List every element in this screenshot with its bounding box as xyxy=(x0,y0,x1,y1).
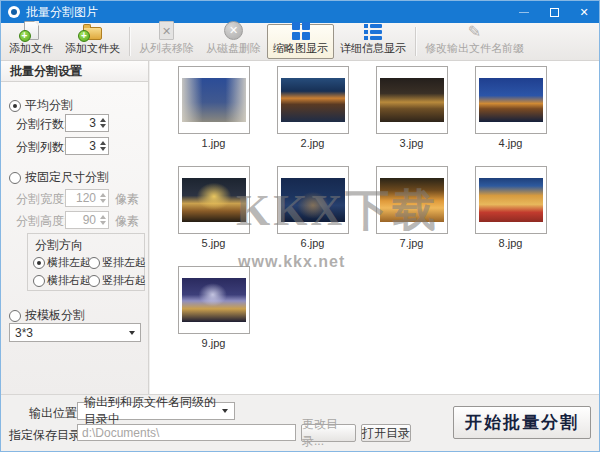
split-cols-stepper[interactable]: 3 xyxy=(65,137,109,155)
save-dir-input[interactable]: d:\Documents\ xyxy=(77,424,296,441)
thumbnail-image xyxy=(380,78,444,122)
radio-icon xyxy=(88,257,100,269)
thumbnail-filename: 3.jpg xyxy=(400,137,424,149)
thumbnail-frame xyxy=(277,66,349,134)
app-window: 批量分割图片 ✕ + 添加文件 + 添加文件夹 ✕ 从列表移除 xyxy=(0,0,600,452)
rename-prefix-button[interactable]: ✎ 修改输出文件名前缀 xyxy=(419,24,530,59)
minimize-button[interactable] xyxy=(509,1,539,23)
change-dir-button[interactable]: 更改目录... xyxy=(301,424,356,442)
file-thumbnail[interactable]: 8.jpg xyxy=(461,164,560,264)
add-folder-icon: + xyxy=(83,21,102,40)
file-thumbnail[interactable]: 9.jpg xyxy=(164,264,263,364)
watermark-url: www.kkx.net xyxy=(238,253,345,271)
open-dir-button[interactable]: 打开目录 xyxy=(361,424,411,442)
thumbnail-filename: 9.jpg xyxy=(202,337,226,349)
split-height-row: 分割高度: xyxy=(16,213,67,230)
file-thumbnail[interactable]: 1.jpg xyxy=(164,64,263,164)
chevron-down-icon xyxy=(129,331,135,335)
toolbar: + 添加文件 + 添加文件夹 ✕ 从列表移除 ✕ 从磁盘删除 xyxy=(1,23,599,61)
file-list-area: 1.jpg 2.jpg 3.jpg 4.jpg 5.jpg 6.jpg xyxy=(150,61,600,394)
split-direction-group: 分割方向 横排左起 竖排左起 横排右起 竖排右起 xyxy=(27,233,145,291)
delete-from-disk-icon: ✕ xyxy=(224,21,243,40)
maximize-button[interactable] xyxy=(539,1,569,23)
app-icon xyxy=(8,6,20,18)
remove-from-list-icon: ✕ xyxy=(159,21,174,40)
thumbnail-filename: 4.jpg xyxy=(499,137,523,149)
output-location-label: 输出位置: xyxy=(29,405,80,422)
split-direction-label: 分割方向 xyxy=(35,237,83,254)
thumbnail-view-icon xyxy=(292,22,310,40)
radio-icon xyxy=(9,100,21,112)
thumbnail-image xyxy=(479,78,543,122)
template-select[interactable]: 3*3 xyxy=(9,323,141,342)
watermark-logo: KKX下载 xyxy=(236,181,439,240)
stepper-arrows-icon[interactable] xyxy=(98,141,108,151)
add-folder-button[interactable]: + 添加文件夹 xyxy=(59,24,126,59)
stepper-arrows-icon xyxy=(98,193,108,203)
save-dir-label: 指定保存目录: xyxy=(9,427,84,444)
thumbnail-image xyxy=(479,178,543,222)
pixel-unit-label: 像素 xyxy=(115,191,139,208)
direction-vertical-right-radio[interactable]: 竖排右起 xyxy=(88,273,146,288)
file-thumbnail[interactable]: 3.jpg xyxy=(362,64,461,164)
radio-icon xyxy=(33,257,45,269)
template-split-radio[interactable]: 按模板分割 xyxy=(9,307,85,324)
stepper-arrows-icon xyxy=(98,215,108,225)
detail-view-button[interactable]: 详细信息显示 xyxy=(334,24,412,59)
close-button[interactable]: ✕ xyxy=(569,1,599,23)
output-bar: 输出位置: 输出到和原文件名同级的目录中 指定保存目录: d:\Document… xyxy=(1,394,599,452)
window-title: 批量分割图片 xyxy=(26,4,98,21)
rename-prefix-icon: ✎ xyxy=(468,24,481,40)
thumbnail-frame xyxy=(178,266,250,334)
thumbnail-frame xyxy=(475,66,547,134)
split-rows-stepper[interactable]: 3 xyxy=(65,114,109,132)
thumbnail-view-button[interactable]: 缩略图显示 xyxy=(267,24,334,59)
average-split-radio[interactable]: 平均分割 xyxy=(9,97,73,114)
thumbnail-frame xyxy=(475,166,547,234)
toolbar-separator xyxy=(129,27,130,56)
split-width-stepper: 120 xyxy=(65,189,109,207)
add-file-button[interactable]: + 添加文件 xyxy=(3,24,59,59)
stepper-arrows-icon[interactable] xyxy=(98,118,108,128)
fixed-size-split-radio[interactable]: 按固定尺寸分割 xyxy=(9,169,109,186)
thumbnail-filename: 5.jpg xyxy=(202,237,226,249)
direction-vertical-left-radio[interactable]: 竖排左起 xyxy=(88,255,146,270)
split-height-stepper: 90 xyxy=(65,211,109,229)
thumbnail-image xyxy=(182,78,246,122)
split-cols-row: 分割列数: xyxy=(16,139,67,156)
thumbnail-filename: 8.jpg xyxy=(499,237,523,249)
thumbnail-filename: 2.jpg xyxy=(301,137,325,149)
thumbnail-image xyxy=(182,278,246,322)
direction-horizontal-left-radio[interactable]: 横排左起 xyxy=(33,255,91,270)
radio-icon xyxy=(9,172,21,184)
detail-view-icon xyxy=(364,24,382,40)
radio-icon xyxy=(9,310,21,322)
radio-icon xyxy=(88,275,100,287)
chevron-down-icon xyxy=(222,409,228,413)
split-width-row: 分割宽度: xyxy=(16,191,67,208)
thumbnail-image xyxy=(281,78,345,122)
file-thumbnail[interactable]: 4.jpg xyxy=(461,64,560,164)
delete-from-disk-button[interactable]: ✕ 从磁盘删除 xyxy=(200,24,267,59)
output-location-select[interactable]: 输出到和原文件名同级的目录中 xyxy=(77,402,235,420)
thumbnail-frame xyxy=(376,66,448,134)
start-batch-split-button[interactable]: 开始批量分割 xyxy=(453,406,591,439)
settings-panel-header: 批量分割设置 xyxy=(1,61,148,82)
direction-horizontal-right-radio[interactable]: 横排右起 xyxy=(33,273,91,288)
remove-from-list-button[interactable]: ✕ 从列表移除 xyxy=(133,24,200,59)
thumbnail-filename: 1.jpg xyxy=(202,137,226,149)
radio-icon xyxy=(33,275,45,287)
add-file-icon: + xyxy=(24,21,39,40)
titlebar: 批量分割图片 ✕ xyxy=(1,1,599,23)
settings-panel: 批量分割设置 平均分割 分割行数: 3 分割列数: 3 按固定尺寸分割 分割宽度… xyxy=(1,61,149,394)
toolbar-separator xyxy=(415,27,416,56)
split-rows-row: 分割行数: xyxy=(16,116,67,133)
window-controls: ✕ xyxy=(509,1,599,23)
file-thumbnail[interactable]: 2.jpg xyxy=(263,64,362,164)
thumbnail-frame xyxy=(178,66,250,134)
pixel-unit-label: 像素 xyxy=(115,213,139,230)
